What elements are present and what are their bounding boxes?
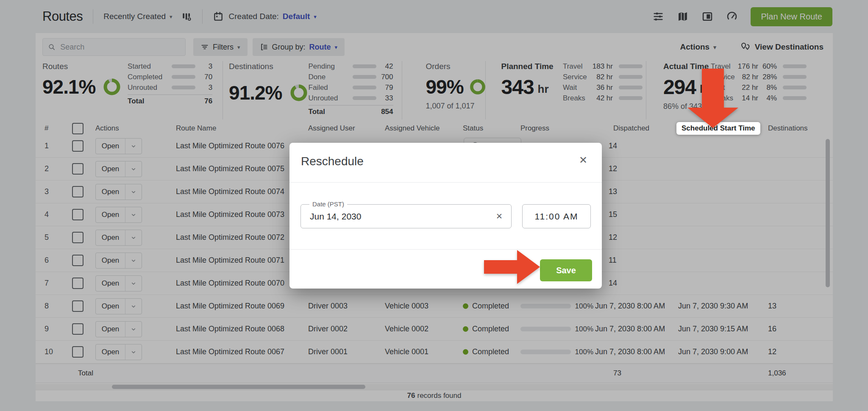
time-field (522, 204, 591, 228)
time-input[interactable] (523, 205, 590, 228)
save-button[interactable]: Save (540, 259, 592, 281)
arrow-annotation-down (687, 69, 738, 128)
date-field: Date (PST) ✕ (300, 204, 512, 228)
date-field-label: Date (PST) (309, 200, 347, 208)
divider (289, 182, 602, 183)
routes-page: Routes Recently Created ▾ Created Date: … (0, 0, 868, 411)
close-icon[interactable]: ✕ (576, 154, 590, 167)
date-input[interactable] (301, 205, 479, 228)
clear-date-icon[interactable]: ✕ (493, 205, 505, 228)
reschedule-modal: Reschedule ✕ Date (PST) ✕ Save (289, 143, 602, 289)
divider (289, 249, 602, 250)
modal-title: Reschedule (301, 155, 364, 168)
arrow-annotation-right (484, 250, 540, 284)
